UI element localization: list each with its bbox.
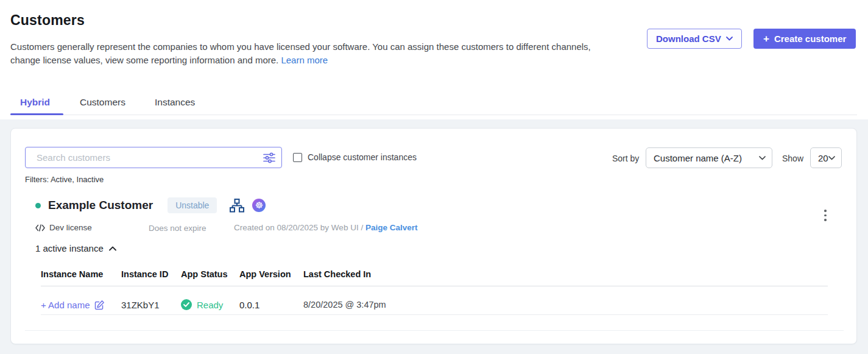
table-row-divider [41, 314, 828, 315]
created-text: Created on 08/20/2025 by Web UI / [234, 223, 365, 232]
collapse-instances-label: Collapse customer instances [308, 152, 417, 162]
page-description: Customers generally represent the compan… [10, 40, 598, 67]
page-title: Customers [10, 12, 85, 29]
channel-badge: Unstable [168, 197, 217, 213]
learn-more-link[interactable]: Learn more [281, 55, 328, 65]
table-header-divider [41, 286, 828, 286]
chevron-down-icon [828, 156, 835, 160]
tab-customers[interactable]: Customers [80, 97, 125, 108]
active-filters-text: Filters: Active, Inactive [25, 175, 104, 184]
sitemap-icon[interactable] [230, 199, 244, 213]
created-by-link[interactable]: Paige Calvert [365, 223, 418, 232]
kubernetes-icon[interactable]: ☸ [252, 199, 266, 212]
instance-id-cell: 31ZKbY1 [121, 300, 181, 310]
create-customer-label: Create customer [774, 34, 846, 44]
edit-icon [94, 300, 105, 310]
filter-sliders-icon[interactable] [263, 152, 275, 166]
customers-panel: Collapse customer instances Sort by Cust… [10, 128, 857, 344]
customer-menu-kebab-icon[interactable] [822, 207, 829, 224]
search-box [25, 147, 282, 168]
customer-header: Example Customer Unstable ☸ [35, 197, 266, 213]
instance-table-row: + Add name 31ZKbY1 Ready 0.0.1 [41, 294, 828, 315]
customer-section-divider [25, 330, 844, 331]
add-name-link[interactable]: + Add name [41, 300, 121, 310]
collapse-instances-control[interactable]: Collapse customer instances [293, 152, 417, 162]
customers-page: Customers Customers generally represent … [0, 0, 868, 354]
chevron-up-icon [109, 246, 116, 251]
code-icon [35, 224, 45, 232]
show-value: 20 [818, 153, 828, 163]
license-type-label: Dev license [49, 223, 92, 232]
license-expiration: Does not expire [149, 224, 206, 233]
app-status-label: Ready [197, 300, 223, 310]
col-last-checked-in: Last Checked In [303, 269, 828, 279]
add-name-label: + Add name [41, 300, 90, 310]
app-status-cell: Ready [181, 299, 239, 310]
plus-icon: + [763, 34, 769, 44]
create-customer-button[interactable]: + Create customer [753, 29, 856, 49]
show-select[interactable]: 20 [810, 147, 842, 168]
download-csv-label: Download CSV [656, 34, 721, 44]
download-csv-button[interactable]: Download CSV [647, 29, 742, 49]
col-app-version: App Version [239, 269, 303, 279]
tab-bar-divider [10, 115, 857, 115]
search-input[interactable] [26, 147, 281, 168]
app-version-cell: 0.0.1 [239, 300, 303, 310]
show-label: Show [782, 154, 803, 163]
sort-by-value: Customer name (A-Z) [654, 153, 742, 163]
instances-toggle[interactable]: 1 active instance [35, 243, 116, 253]
created-info: Created on 08/20/2025 by Web UI / Paige … [234, 223, 417, 232]
customer-name[interactable]: Example Customer [48, 199, 153, 212]
chevron-down-icon [759, 156, 766, 160]
collapse-instances-checkbox[interactable] [293, 153, 302, 162]
check-circle-icon [181, 299, 192, 310]
sort-by-select[interactable]: Customer name (A-Z) [646, 147, 772, 168]
instances-toggle-label: 1 active instance [35, 243, 104, 253]
chevron-down-icon [726, 37, 733, 41]
tab-instances[interactable]: Instances [155, 97, 195, 108]
last-checked-in-cell: 8/20/2025 @ 3:47pm [303, 300, 828, 310]
sort-by-label: Sort by [612, 154, 639, 163]
col-instance-id: Instance ID [121, 269, 181, 279]
tab-hybrid[interactable]: Hybrid [20, 97, 50, 108]
instances-table-header: Instance Name Instance ID App Status App… [41, 269, 828, 279]
active-tab-underline [10, 113, 63, 115]
active-status-dot-icon [35, 203, 41, 208]
col-app-status: App Status [181, 269, 239, 279]
col-instance-name: Instance Name [41, 269, 121, 279]
license-type: Dev license [35, 223, 92, 232]
